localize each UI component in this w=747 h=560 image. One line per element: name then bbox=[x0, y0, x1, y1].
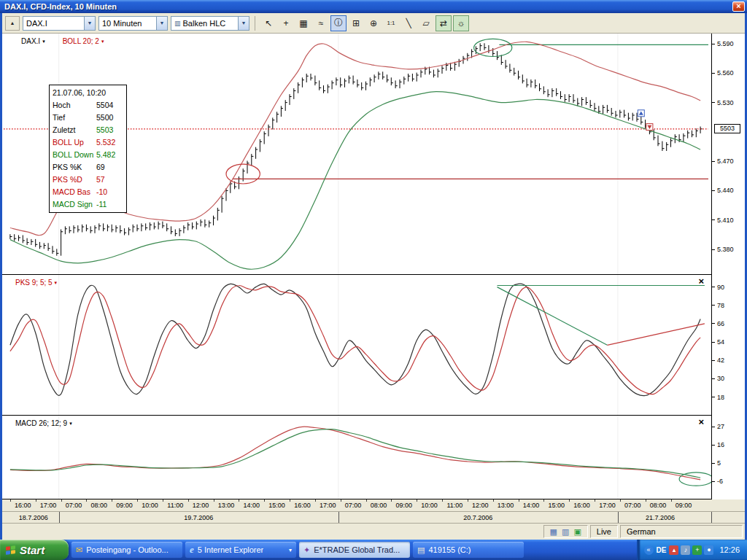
antivirus-icon[interactable]: + bbox=[692, 545, 702, 555]
symbol-legend-label: DAX.I bbox=[21, 37, 40, 45]
time-tick bbox=[112, 499, 112, 502]
time-tick bbox=[569, 499, 570, 502]
updates-icon[interactable]: ● bbox=[704, 545, 713, 555]
macd-chart-canvas[interactable] bbox=[2, 416, 711, 499]
taskbar-button-ie-group[interactable]: e5 Internet Explorer▾ bbox=[185, 542, 296, 558]
price-axis[interactable]: 5.5905.5605.5305.4705.4405.4105.38090786… bbox=[711, 34, 745, 499]
task-strip: ✉Posteingang - Outloo...e5 Internet Expl… bbox=[69, 540, 637, 560]
time-axis-label: 17:00 bbox=[317, 502, 338, 509]
tray-icons: ▴♪+● bbox=[669, 545, 713, 555]
chevron-down-icon: ▾ bbox=[55, 280, 58, 286]
chart-settings-tool[interactable]: ☼ bbox=[453, 15, 469, 31]
price-axis-label: 5 bbox=[717, 459, 721, 467]
time-axis-label: 09:00 bbox=[114, 502, 136, 509]
date-separator bbox=[711, 512, 712, 523]
chevron-down-icon[interactable]: ▼ bbox=[238, 17, 249, 30]
pks-chart-canvas[interactable] bbox=[2, 275, 711, 415]
boll-legend-label: BOLL 20; 2 bbox=[63, 37, 99, 45]
taskbar-button-etrade[interactable]: ✦E*TRADE Global Trad... bbox=[299, 542, 410, 558]
zoom-in-tool[interactable]: ⊕ bbox=[365, 15, 382, 31]
axis-tick bbox=[712, 161, 715, 162]
zoom-reset-tool[interactable]: 1:1 bbox=[383, 15, 399, 31]
time-axis-label: 09:00 bbox=[673, 502, 694, 509]
status-bar: ▦▥▣ Live German bbox=[2, 523, 745, 540]
data-tooltip: 21.07.06, 10:20 Hoch5504Tief5500Zuletzt5… bbox=[49, 85, 127, 213]
chart-app-tray-icon[interactable]: ▴ bbox=[669, 545, 678, 555]
pks-indicator-legend[interactable]: PKS 9; 5; 5 ▾ bbox=[15, 279, 57, 287]
new-chart-window-tool[interactable]: ⊞ bbox=[348, 15, 364, 31]
date-axis-label: 18.7.2006 bbox=[4, 514, 63, 521]
close-pks-panel-button[interactable]: × bbox=[698, 277, 704, 286]
close-window-button[interactable]: × bbox=[732, 1, 745, 12]
price-axis-label: 5.410 bbox=[717, 217, 734, 224]
time-axis-label: 14:00 bbox=[520, 502, 542, 509]
indicator-wave-tool[interactable]: ≈ bbox=[313, 15, 329, 31]
axis-tick bbox=[712, 102, 715, 103]
symbol-legend[interactable]: DAX.I ▾ bbox=[21, 37, 45, 45]
cursor-tool[interactable]: ↖ bbox=[260, 15, 276, 31]
time-tick bbox=[519, 499, 519, 502]
taskbar-clock[interactable]: 12:26 bbox=[719, 545, 740, 554]
axis-tick bbox=[712, 378, 715, 379]
date-separator bbox=[59, 512, 60, 523]
time-axis-label: 08:00 bbox=[88, 502, 110, 509]
trendline-tool[interactable]: ╲ bbox=[400, 15, 417, 31]
symbol-select[interactable]: DAX.I ▼ bbox=[23, 16, 96, 31]
date-axis: 18.7.200619.7.200620.7.200621.7.2006 bbox=[2, 511, 745, 523]
macd-indicator-legend[interactable]: MACD 26; 12; 9 ▾ bbox=[15, 419, 72, 427]
tooltip-row: PKS %K69 bbox=[53, 161, 123, 174]
main-chart-legend: DAX.I ▾ BOLL 20; 2 ▾ bbox=[21, 37, 104, 45]
symbol-list-button[interactable]: ▲ bbox=[5, 16, 20, 31]
chevron-down-icon[interactable]: ▼ bbox=[156, 17, 167, 30]
tooltip-row: MACD Sign-11 bbox=[53, 198, 123, 211]
windows-logo-icon bbox=[6, 545, 15, 555]
chevron-down-icon[interactable]: ▼ bbox=[84, 17, 95, 30]
titlebar[interactable]: DAX.I, CFD-Index, 10 Minuten × bbox=[0, 0, 747, 13]
language-status-cell: German bbox=[620, 525, 743, 538]
grid-toggle-tool[interactable]: ▦ bbox=[295, 15, 311, 31]
time-axis-label: 16:00 bbox=[12, 502, 34, 509]
pks-indicator-panel: PKS 9; 5; 5 ▾ × bbox=[2, 275, 711, 416]
etrade-icon: ✦ bbox=[303, 545, 310, 555]
axis-tick bbox=[712, 342, 715, 343]
taskbar-button-drive-label: 419155 (C:) bbox=[428, 545, 471, 554]
close-macd-panel-button[interactable]: × bbox=[698, 418, 704, 427]
time-axis-label: 11:00 bbox=[164, 502, 186, 509]
chart-area: DAX.I ▾ BOLL 20; 2 ▾ 21.07.06, 10:20 Hoc… bbox=[2, 34, 745, 499]
price-axis-label: 30 bbox=[717, 375, 724, 382]
time-axis-label: 11:00 bbox=[444, 502, 465, 509]
language-status-label: German bbox=[627, 527, 656, 536]
date-separator bbox=[338, 512, 339, 523]
bar-chart-icon: ▥ bbox=[174, 20, 181, 27]
tooltip-row: MACD Bas-10 bbox=[53, 186, 123, 198]
axis-tick bbox=[712, 397, 715, 397]
time-tick bbox=[239, 499, 239, 502]
time-tick bbox=[391, 499, 392, 502]
time-axis-label: 07:00 bbox=[63, 502, 85, 509]
axis-tick bbox=[712, 481, 715, 482]
toolbar: ▲ DAX.I ▼ 10 Minuten ▼ ▥ Balken HLC ▼ ↖+… bbox=[2, 13, 745, 34]
eraser-tool[interactable]: ▱ bbox=[418, 15, 434, 31]
volume-icon[interactable]: ♪ bbox=[681, 545, 690, 555]
tooltip-row: BOLL Up5.532 bbox=[53, 136, 123, 149]
start-button[interactable]: Start bbox=[0, 540, 69, 560]
internet-explorer-icon: e bbox=[190, 544, 194, 556]
hidden-icons-chevron[interactable]: « bbox=[644, 545, 654, 555]
interval-select[interactable]: 10 Minuten ▼ bbox=[98, 16, 168, 31]
chevron-down-icon: ▾ bbox=[69, 421, 72, 427]
taskbar-button-drive[interactable]: ▤419155 (C:) bbox=[413, 542, 524, 558]
crosslink-tool[interactable]: ⇄ bbox=[436, 15, 452, 31]
axis-tick bbox=[712, 445, 715, 446]
axis-tick bbox=[712, 463, 715, 464]
time-axis-label: 10:00 bbox=[419, 502, 441, 509]
info-tooltip-toggle[interactable]: ⓘ bbox=[330, 15, 347, 31]
time-tick bbox=[595, 499, 595, 502]
language-indicator[interactable]: DE bbox=[657, 546, 667, 554]
time-tick bbox=[646, 499, 646, 502]
time-tick bbox=[290, 499, 290, 502]
taskbar-button-outlook[interactable]: ✉Posteingang - Outloo... bbox=[71, 542, 182, 558]
charttype-select[interactable]: ▥ Balken HLC ▼ bbox=[171, 16, 249, 31]
crosshair-tool[interactable]: + bbox=[278, 15, 294, 31]
time-tick bbox=[543, 499, 544, 502]
boll-indicator-legend[interactable]: BOLL 20; 2 ▾ bbox=[63, 37, 104, 45]
